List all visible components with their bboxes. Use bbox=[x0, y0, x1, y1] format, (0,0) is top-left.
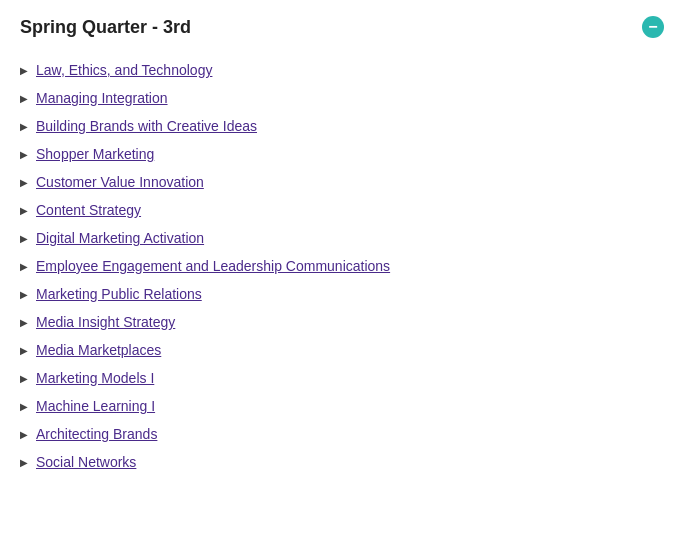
course-link[interactable]: Marketing Public Relations bbox=[36, 286, 202, 302]
course-link[interactable]: Law, Ethics, and Technology bbox=[36, 62, 212, 78]
expand-arrow-icon[interactable]: ▶ bbox=[20, 121, 28, 132]
page-header: Spring Quarter - 3rd − bbox=[20, 16, 664, 38]
list-item: ▶Managing Integration bbox=[20, 84, 664, 112]
course-link[interactable]: Digital Marketing Activation bbox=[36, 230, 204, 246]
list-item: ▶Marketing Models I bbox=[20, 364, 664, 392]
list-item: ▶Shopper Marketing bbox=[20, 140, 664, 168]
course-link[interactable]: Architecting Brands bbox=[36, 426, 157, 442]
list-item: ▶Digital Marketing Activation bbox=[20, 224, 664, 252]
course-link[interactable]: Marketing Models I bbox=[36, 370, 154, 386]
list-item: ▶Architecting Brands bbox=[20, 420, 664, 448]
expand-arrow-icon[interactable]: ▶ bbox=[20, 149, 28, 160]
list-item: ▶Media Marketplaces bbox=[20, 336, 664, 364]
expand-arrow-icon[interactable]: ▶ bbox=[20, 65, 28, 76]
collapse-button[interactable]: − bbox=[642, 16, 664, 38]
list-item: ▶Customer Value Innovation bbox=[20, 168, 664, 196]
expand-arrow-icon[interactable]: ▶ bbox=[20, 429, 28, 440]
expand-arrow-icon[interactable]: ▶ bbox=[20, 93, 28, 104]
expand-arrow-icon[interactable]: ▶ bbox=[20, 177, 28, 188]
list-item: ▶Social Networks bbox=[20, 448, 664, 476]
expand-arrow-icon[interactable]: ▶ bbox=[20, 317, 28, 328]
list-item: ▶Marketing Public Relations bbox=[20, 280, 664, 308]
expand-arrow-icon[interactable]: ▶ bbox=[20, 373, 28, 384]
expand-arrow-icon[interactable]: ▶ bbox=[20, 233, 28, 244]
course-link[interactable]: Managing Integration bbox=[36, 90, 168, 106]
expand-arrow-icon[interactable]: ▶ bbox=[20, 401, 28, 412]
list-item: ▶Law, Ethics, and Technology bbox=[20, 56, 664, 84]
list-item: ▶Media Insight Strategy bbox=[20, 308, 664, 336]
list-item: ▶Content Strategy bbox=[20, 196, 664, 224]
course-link[interactable]: Customer Value Innovation bbox=[36, 174, 204, 190]
course-link[interactable]: Media Marketplaces bbox=[36, 342, 161, 358]
list-item: ▶Building Brands with Creative Ideas bbox=[20, 112, 664, 140]
expand-arrow-icon[interactable]: ▶ bbox=[20, 205, 28, 216]
course-link[interactable]: Shopper Marketing bbox=[36, 146, 154, 162]
list-item: ▶Employee Engagement and Leadership Comm… bbox=[20, 252, 664, 280]
expand-arrow-icon[interactable]: ▶ bbox=[20, 261, 28, 272]
expand-arrow-icon[interactable]: ▶ bbox=[20, 345, 28, 356]
course-link[interactable]: Content Strategy bbox=[36, 202, 141, 218]
course-link[interactable]: Building Brands with Creative Ideas bbox=[36, 118, 257, 134]
page-title: Spring Quarter - 3rd bbox=[20, 17, 191, 38]
expand-arrow-icon[interactable]: ▶ bbox=[20, 289, 28, 300]
course-link[interactable]: Employee Engagement and Leadership Commu… bbox=[36, 258, 390, 274]
expand-arrow-icon[interactable]: ▶ bbox=[20, 457, 28, 468]
list-item: ▶Machine Learning I bbox=[20, 392, 664, 420]
course-list: ▶Law, Ethics, and Technology▶Managing In… bbox=[20, 56, 664, 476]
course-link[interactable]: Social Networks bbox=[36, 454, 136, 470]
course-link[interactable]: Machine Learning I bbox=[36, 398, 155, 414]
course-link[interactable]: Media Insight Strategy bbox=[36, 314, 175, 330]
